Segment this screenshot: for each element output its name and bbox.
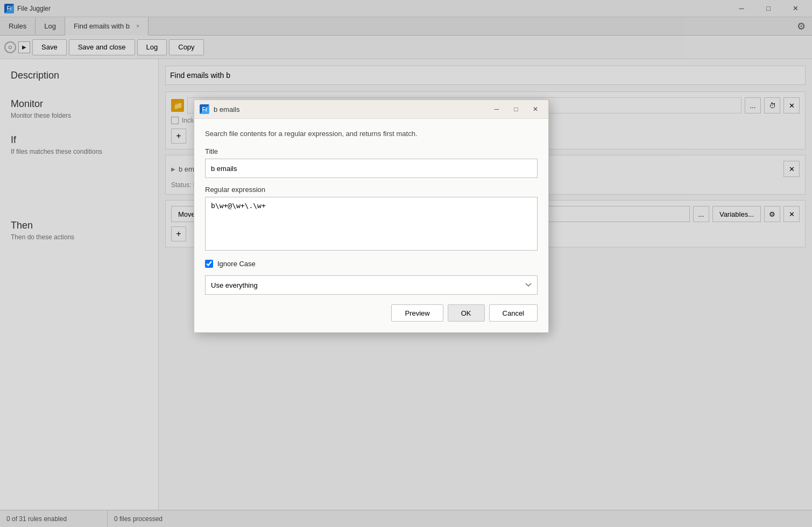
ignore-case-checkbox[interactable] (205, 260, 213, 268)
modal-overlay: Fi b emails ─ □ ✕ Search file contents f… (0, 0, 812, 527)
modal-description: Search file contents for a regular expre… (205, 130, 538, 138)
ok-button[interactable]: OK (448, 304, 485, 322)
ignore-case-row: Ignore Case (205, 260, 538, 268)
modal-minimize-button[interactable]: ─ (489, 103, 504, 115)
title-field-label: Title (205, 147, 538, 155)
modal-body: Search file contents for a regular expre… (194, 119, 548, 332)
modal-close-button[interactable]: ✕ (528, 103, 543, 115)
modal-title: b emails (214, 105, 485, 113)
title-field-input[interactable] (205, 159, 538, 178)
ignore-case-label: Ignore Case (217, 260, 256, 268)
modal-title-bar: Fi b emails ─ □ ✕ (194, 100, 548, 119)
modal-dialog: Fi b emails ─ □ ✕ Search file contents f… (194, 99, 549, 333)
cancel-button[interactable]: Cancel (489, 304, 538, 322)
modal-footer: Preview OK Cancel (205, 304, 538, 322)
regex-field-input[interactable]: b\w+@\w+\.\w+ (205, 197, 538, 251)
modal-maximize-button[interactable]: □ (509, 103, 524, 115)
modal-app-icon: Fi (200, 104, 209, 114)
scope-select[interactable]: Use everything Use header Use body (205, 275, 538, 295)
regex-field-label: Regular expression (205, 186, 538, 194)
preview-button[interactable]: Preview (391, 304, 443, 322)
